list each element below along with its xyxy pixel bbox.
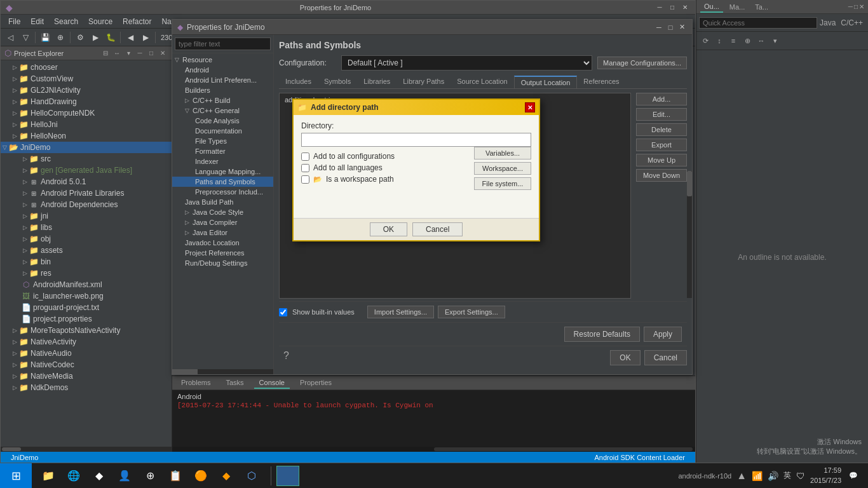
props-nav-language-mappings[interactable]: Language Mapping... bbox=[172, 166, 273, 177]
close-button[interactable]: ✕ bbox=[680, 3, 690, 13]
delete-button[interactable]: Delete bbox=[636, 123, 687, 136]
taskbar-browser[interactable]: 🌐 bbox=[62, 464, 85, 487]
tree-item-gl2jni[interactable]: ▷ 📁 GL2JNIActivity bbox=[1, 85, 172, 96]
nav-h-thumb[interactable] bbox=[172, 369, 198, 374]
props-nav-run-debug[interactable]: Run/Debug Settings bbox=[172, 258, 273, 268]
tab-symbols[interactable]: Symbols bbox=[318, 76, 357, 88]
menu-refactor[interactable]: Refactor bbox=[118, 16, 156, 27]
props-config-select[interactable]: Default [ Active ] bbox=[341, 55, 592, 71]
props-nav-paths-symbols[interactable]: Paths and Symbols bbox=[172, 177, 273, 187]
file-system-button[interactable]: File system... bbox=[474, 177, 531, 190]
props-nav-code-analysis[interactable]: Code Analysis bbox=[172, 116, 273, 126]
tab-library-paths[interactable]: Library Paths bbox=[397, 76, 451, 88]
menu-source[interactable]: Source bbox=[83, 16, 118, 27]
tree-item-projectprops[interactable]: 📄 project.properties bbox=[1, 313, 172, 325]
import-settings-button[interactable]: Import Settings... bbox=[367, 306, 434, 318]
taskbar-network-icon[interactable]: 📶 bbox=[752, 471, 763, 481]
add-button[interactable]: Add... bbox=[636, 93, 687, 105]
props-nav-java-editor[interactable]: ▷ Java Editor bbox=[172, 227, 273, 238]
menu-search[interactable]: Search bbox=[49, 16, 83, 27]
toolbar-run[interactable]: ▶ bbox=[88, 30, 102, 44]
ok-button[interactable]: OK bbox=[610, 350, 640, 365]
toolbar-back[interactable]: ◁ bbox=[3, 30, 17, 44]
menu-file[interactable]: File bbox=[3, 16, 25, 27]
manage-configurations-button[interactable]: Manage Configurations... bbox=[597, 57, 687, 69]
props-nav-file-types[interactable]: File Types bbox=[172, 136, 273, 146]
taskbar-antivirus-icon[interactable]: 🛡 bbox=[796, 471, 805, 481]
tree-item-proguard[interactable]: 📄 proguard-project.txt bbox=[1, 302, 172, 313]
right-icon-1[interactable]: ⟳ bbox=[699, 34, 712, 47]
move-up-button[interactable]: Move Up bbox=[636, 154, 687, 166]
tree-item-nativeaudio[interactable]: ▷ 📁 NativeAudio bbox=[1, 348, 172, 359]
props-nav-java-compiler[interactable]: ▷ Java Compiler bbox=[172, 217, 273, 227]
add-to-all-langs-checkbox[interactable] bbox=[301, 164, 309, 172]
right-icon-3[interactable]: ≡ bbox=[727, 34, 740, 47]
tree-item-ndkdemos[interactable]: ▷ 📁 NdkDemos bbox=[1, 382, 172, 393]
tree-item-deps[interactable]: ▷ ⊞ Android Dependencies bbox=[1, 199, 172, 210]
tree-item-hellojni[interactable]: ▷ 📁 HelloJni bbox=[1, 119, 172, 130]
add-dir-ok-button[interactable]: OK bbox=[370, 222, 407, 236]
taskbar-app3[interactable]: ⊕ bbox=[139, 464, 161, 487]
taskbar-app1[interactable]: ◆ bbox=[88, 464, 111, 487]
props-nav-java-code-style[interactable]: ▷ Java Code Style bbox=[172, 207, 273, 217]
move-down-button[interactable]: Move Down bbox=[636, 169, 687, 182]
close-right-panel[interactable]: ✕ bbox=[859, 3, 864, 10]
properties-close-button[interactable]: ✕ bbox=[677, 22, 687, 32]
taskbar-app6[interactable]: ◆ bbox=[215, 464, 238, 487]
tab-problems[interactable]: Problems bbox=[176, 377, 215, 389]
tab-output-location[interactable]: Output Location bbox=[514, 76, 578, 88]
properties-maximize-button[interactable]: □ bbox=[665, 22, 675, 32]
toolbar-dropdown1[interactable]: ▽ bbox=[18, 30, 32, 44]
toolbar-save-all[interactable]: ⊕ bbox=[53, 30, 67, 44]
help-icon[interactable]: ? bbox=[283, 350, 289, 362]
tree-item-helloneon[interactable]: ▷ 📁 HelloNeon bbox=[1, 130, 172, 142]
right-icon-4[interactable]: ⊕ bbox=[741, 34, 754, 47]
props-nav-cpp-general[interactable]: ▽ C/C++ General bbox=[172, 105, 273, 116]
tree-item-libs[interactable]: ▷ 📁 libs bbox=[1, 222, 172, 233]
tree-item-privatelibs[interactable]: ▷ ⊞ Android Private Libraries bbox=[1, 187, 172, 199]
tree-item-chooser[interactable]: ▷ 📁 chooser bbox=[1, 62, 172, 73]
taskbar-notification-button[interactable]: 💬 bbox=[846, 471, 860, 480]
minimize-button[interactable]: ─ bbox=[654, 3, 665, 13]
tree-item-customview[interactable]: ▷ 📁 CustomView bbox=[1, 73, 172, 85]
taskbar-file-explorer[interactable]: 📁 bbox=[37, 464, 60, 487]
tab-references[interactable]: References bbox=[577, 76, 625, 88]
props-nav-indexer[interactable]: Indexer bbox=[172, 156, 273, 166]
tree-item-nativeact[interactable]: ▷ 📁 NativeActivity bbox=[1, 336, 172, 348]
taskbar-app5[interactable]: 🟠 bbox=[189, 464, 212, 487]
tab-libraries[interactable]: Libraries bbox=[357, 76, 397, 88]
tab-properties[interactable]: Properties bbox=[295, 377, 337, 389]
link-with-editor-button[interactable]: ↔ bbox=[112, 48, 122, 58]
quick-access-input[interactable] bbox=[699, 17, 817, 29]
apply-button[interactable]: Apply bbox=[644, 327, 682, 342]
tree-item-handdrawing[interactable]: ▷ 📁 HandDrawing bbox=[1, 96, 172, 107]
right-tabs-java[interactable]: Java bbox=[817, 18, 838, 27]
tab-source-location[interactable]: Source Location bbox=[451, 76, 514, 88]
right-icon-2[interactable]: ↕ bbox=[713, 34, 726, 47]
variables-button[interactable]: Variables... bbox=[474, 147, 531, 159]
add-dir-cancel-button[interactable]: Cancel bbox=[412, 222, 463, 236]
edit-button[interactable]: Edit... bbox=[636, 108, 687, 121]
props-nav-project-refs[interactable]: Project References bbox=[172, 248, 273, 258]
props-nav-builders[interactable]: Builders bbox=[172, 85, 273, 95]
cancel-button[interactable]: Cancel bbox=[644, 350, 687, 365]
tree-item-launcher[interactable]: 🖼 ic_launcher-web.png bbox=[1, 290, 172, 302]
tree-item-nativecodec[interactable]: ▷ 📁 NativeCodec bbox=[1, 359, 172, 370]
tree-item-manifest[interactable]: ⬡ AndroidManifest.xml bbox=[1, 279, 172, 290]
props-nav-documentation[interactable]: Documentation bbox=[172, 126, 273, 136]
props-nav-resource[interactable]: ▽ Resource bbox=[172, 55, 273, 65]
maximize-panel-button[interactable]: □ bbox=[146, 48, 156, 58]
tree-item-android501[interactable]: ▷ ⊞ Android 5.0.1 bbox=[1, 176, 172, 187]
export-button[interactable]: Export bbox=[636, 139, 687, 151]
scrollbar-thumb[interactable] bbox=[2, 447, 21, 451]
taskbar-app4[interactable]: 📋 bbox=[164, 464, 187, 487]
props-nav-formatter[interactable]: Formatter bbox=[172, 146, 273, 156]
taskbar-app7[interactable]: ⬡ bbox=[240, 464, 263, 487]
toolbar-debug[interactable]: 🐛 bbox=[104, 30, 118, 44]
add-to-all-configs-checkbox[interactable] bbox=[301, 152, 309, 161]
workspace-button[interactable]: Workspace... bbox=[474, 162, 531, 175]
is-workspace-path-checkbox[interactable] bbox=[301, 175, 309, 184]
show-builtin-checkbox[interactable] bbox=[279, 308, 287, 316]
tree-item-obj[interactable]: ▷ 📁 obj bbox=[1, 233, 172, 245]
props-nav-java-build-path[interactable]: Java Build Path bbox=[172, 197, 273, 207]
